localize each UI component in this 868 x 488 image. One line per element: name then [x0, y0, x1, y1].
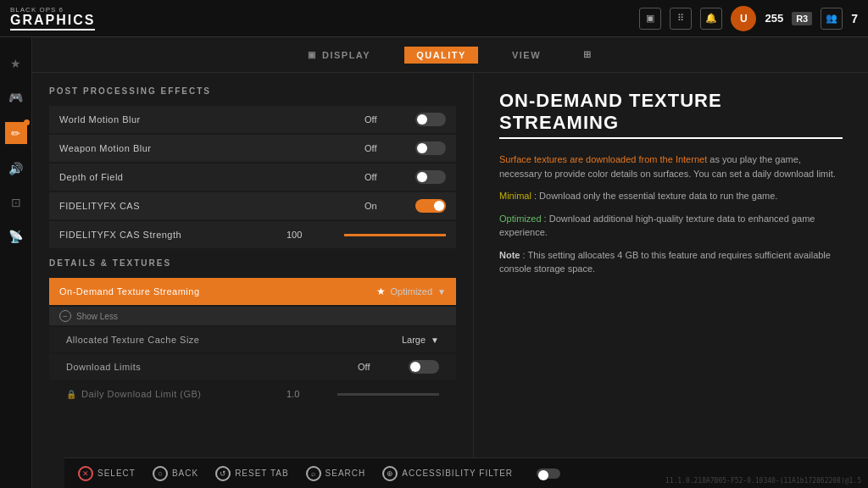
group-icon[interactable]: 👥	[821, 8, 843, 30]
row-fidelityfx-cas[interactable]: FIDELITYFX CAS On	[49, 192, 456, 219]
grid-icon[interactable]: ⠿	[670, 8, 692, 30]
info-body: Surface textures are downloaded from the…	[499, 152, 843, 276]
action-search[interactable]: ⌕ SEARCH	[306, 466, 366, 481]
show-less-row[interactable]: − Show Less	[49, 307, 456, 325]
weapon-motion-blur-toggle[interactable]	[415, 141, 446, 155]
sidebar-icon-network[interactable]: 📡	[7, 227, 25, 246]
on-demand-texture-dropdown[interactable]: Optimized ▼	[391, 286, 446, 297]
row-depth-of-field[interactable]: Depth of Field Off	[49, 164, 456, 191]
download-limits-value: Off	[358, 362, 409, 372]
action-reset-tab[interactable]: ↺ RESET TAB	[215, 466, 288, 481]
dropdown-arrow-icon: ▼	[437, 287, 446, 297]
star-icon: ★	[376, 286, 386, 297]
accessibility-label: ACCESSIBILITY FILTER	[402, 469, 513, 478]
info-minimal: Minimal : Download only the essential te…	[499, 189, 843, 203]
players-count: 7	[851, 12, 858, 25]
note-desc: : This setting allocates 4 GB to this fe…	[499, 250, 831, 274]
tab-display[interactable]: ▣ DISPLAY	[299, 47, 379, 64]
note-label: Note	[499, 250, 520, 260]
fidelityfx-cas-strength-value: 100	[287, 230, 337, 240]
controller-icon[interactable]: ▣	[639, 8, 661, 30]
tab-view-label: VIEW	[512, 50, 541, 60]
toggle-indicator[interactable]	[537, 469, 560, 479]
tab-view[interactable]: VIEW	[504, 47, 549, 64]
world-motion-blur-label: World Motion Blur	[59, 114, 364, 125]
on-demand-texture-value: Optimized	[391, 286, 433, 297]
texture-cache-size-dropdown[interactable]: Large ▼	[402, 335, 439, 345]
fidelityfx-cas-slider-container: 100	[287, 230, 446, 240]
sidebar-icon-sound[interactable]: 🔊	[7, 159, 25, 178]
daily-download-slider	[337, 393, 439, 396]
optimized-label: Optimized	[499, 214, 542, 224]
extra-icon: ⊞	[583, 49, 593, 60]
download-limits-label: Download Limits	[66, 362, 358, 372]
info-description: Surface textures are downloaded from the…	[499, 152, 843, 180]
right-panel: On-Demand Texture Streaming Surface text…	[473, 73, 868, 488]
reset-tab-icon: ↺	[215, 466, 231, 481]
search-icon: ⌕	[306, 466, 321, 481]
depth-of-field-toggle[interactable]	[415, 170, 446, 184]
topbar-icons: ▣ ⠿ 🔔 U 255 R3 👥 7	[639, 6, 858, 31]
info-optimized: Optimized : Download additional high-qua…	[499, 212, 843, 240]
action-select[interactable]: ✕ SELECT	[78, 466, 136, 481]
post-processing-title: POST PROCESSING EFFECTS	[49, 86, 456, 99]
content-area: POST PROCESSING EFFECTS World Motion Blu…	[32, 73, 868, 488]
display-icon: ▣	[308, 50, 317, 59]
download-limits-toggle[interactable]	[409, 360, 439, 374]
optimized-desc: : Download additional high-quality textu…	[499, 214, 815, 238]
sidebar: ★ 🎮 ✏ 🔊 ⊡ 📡	[0, 37, 32, 488]
weapon-motion-blur-label: Weapon Motion Blur	[59, 143, 364, 153]
texture-cache-dropdown-arrow: ▼	[431, 336, 439, 345]
back-label: BACK	[172, 469, 198, 478]
lock-icon: 🔒	[66, 390, 76, 399]
tab-extra[interactable]: ⊞	[575, 46, 601, 64]
select-label: SELECT	[97, 469, 136, 478]
minimal-label: Minimal	[499, 191, 531, 201]
action-back[interactable]: ○ BACK	[153, 466, 198, 481]
info-note: Note : This setting allocates 4 GB to th…	[499, 248, 843, 276]
info-desc-highlight: Surface textures are downloaded from the…	[499, 154, 707, 164]
daily-download-value: 1.0	[287, 389, 337, 399]
bell-icon[interactable]: 🔔	[700, 8, 722, 30]
minimal-desc: : Download only the essential texture da…	[534, 191, 777, 201]
search-label: SEARCH	[326, 469, 366, 478]
depth-of-field-value: Off	[364, 172, 415, 182]
select-icon: ✕	[78, 466, 93, 481]
fidelityfx-cas-label: FIDELITYFX CAS	[59, 201, 364, 211]
row-weapon-motion-blur[interactable]: Weapon Motion Blur Off	[49, 135, 456, 162]
main-content: ▣ DISPLAY QUALITY VIEW ⊞ POST PROCESSING…	[32, 37, 868, 488]
r3-badge: R3	[792, 12, 812, 25]
action-accessibility[interactable]: ⊕ ACCESSIBILITY FILTER	[382, 466, 513, 481]
accessibility-toggle[interactable]	[537, 469, 560, 479]
avatar[interactable]: U	[731, 6, 756, 31]
fidelityfx-cas-strength-label: FIDELITYFX CAS Strength	[59, 230, 287, 240]
world-motion-blur-toggle[interactable]	[415, 113, 446, 126]
sidebar-icon-display[interactable]: ⊡	[7, 193, 25, 212]
score-label: 255	[765, 12, 783, 25]
back-icon: ○	[153, 466, 168, 481]
show-less-icon: −	[59, 310, 71, 322]
daily-download-label: Daily Download Limit (GB)	[81, 389, 287, 399]
texture-cache-size-label: Allocated Texture Cache Size	[66, 335, 402, 345]
row-on-demand-texture[interactable]: On-Demand Texture Streaming ★ Optimized …	[49, 278, 456, 305]
show-less-label: Show Less	[76, 312, 118, 321]
tab-quality-label: QUALITY	[416, 50, 466, 60]
reset-tab-label: RESET TAB	[235, 469, 288, 478]
logo-line	[10, 29, 95, 30]
row-fidelityfx-cas-strength[interactable]: FIDELITYFX CAS Strength 100	[49, 221, 456, 248]
on-demand-texture-label: On-Demand Texture Streaming	[59, 286, 371, 297]
sidebar-icon-star[interactable]: ★	[7, 54, 25, 73]
tab-quality[interactable]: QUALITY	[404, 47, 478, 64]
fidelityfx-cas-strength-track[interactable]	[344, 234, 446, 236]
depth-of-field-label: Depth of Field	[59, 172, 364, 182]
row-download-limits[interactable]: Download Limits Off	[49, 354, 456, 380]
fidelityfx-cas-toggle[interactable]	[415, 199, 446, 213]
tab-display-label: DISPLAY	[322, 50, 370, 60]
info-title: On-Demand Texture Streaming	[499, 90, 843, 139]
row-daily-download-limit: 🔒 Daily Download Limit (GB) 1.0	[49, 381, 456, 407]
row-texture-cache-size[interactable]: Allocated Texture Cache Size Large ▼	[49, 327, 456, 352]
sidebar-icon-pencil-active[interactable]: ✏	[5, 122, 27, 144]
sidebar-icon-controller[interactable]: 🎮	[7, 88, 25, 107]
details-textures-section: DETAILS & TEXTURES On-Demand Texture Str…	[49, 258, 456, 407]
row-world-motion-blur[interactable]: World Motion Blur Off	[49, 106, 456, 133]
